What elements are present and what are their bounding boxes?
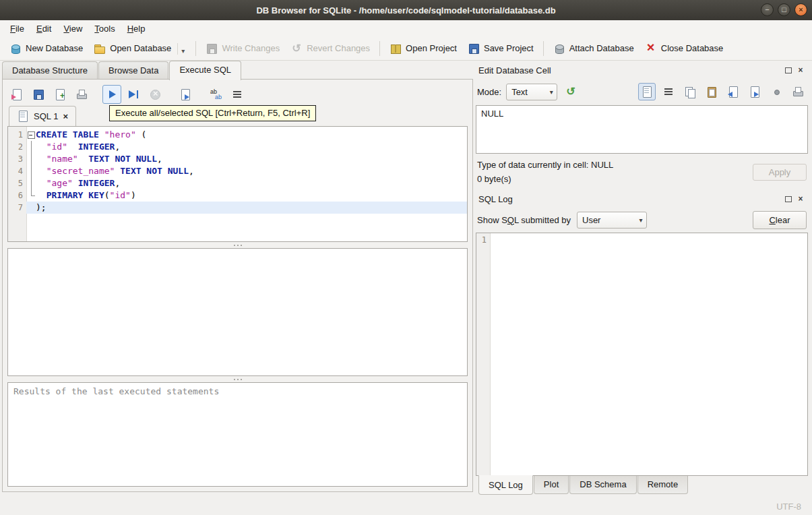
code-text: ); bbox=[36, 202, 46, 214]
save-results-button[interactable] bbox=[176, 85, 195, 104]
minimize-button[interactable]: − bbox=[761, 3, 774, 16]
import-button[interactable] bbox=[724, 83, 742, 100]
execute-all-button[interactable] bbox=[102, 85, 121, 104]
sql-tab[interactable]: SQL 1 × bbox=[9, 106, 76, 126]
edit-cell-close-button[interactable]: × bbox=[795, 65, 806, 75]
execute-sql-panel: Execute all/selected SQL [Ctrl+Return, F… bbox=[2, 79, 473, 492]
execute-current-line-icon bbox=[127, 88, 139, 100]
editor-line-7[interactable]: 7); bbox=[8, 202, 467, 214]
line-number: 7 bbox=[8, 202, 26, 214]
cell-info-row: Type of data currently in cell: NULL 0 b… bbox=[476, 154, 808, 184]
menu-help[interactable]: Help bbox=[121, 22, 152, 36]
write-changes-icon bbox=[206, 42, 218, 55]
open-database-dropdown-arrow[interactable]: ▾ bbox=[177, 43, 186, 55]
execute-current-line-button[interactable] bbox=[124, 85, 143, 104]
chevron-down-icon: ▾ bbox=[546, 88, 557, 96]
sql-log-header: SQL Log × bbox=[476, 191, 808, 207]
code-text: "id" INTEGER, bbox=[36, 141, 120, 153]
open-database-icon bbox=[94, 42, 106, 55]
results-grid[interactable] bbox=[7, 248, 468, 376]
print-button[interactable] bbox=[72, 85, 91, 104]
submitted-by-select[interactable]: User ▾ bbox=[577, 212, 647, 229]
menu-view[interactable]: View bbox=[57, 22, 88, 36]
editor-line-2[interactable]: 2 "id" INTEGER, bbox=[8, 141, 467, 153]
menu-edit[interactable]: Edit bbox=[30, 22, 57, 36]
tab-browse-data[interactable]: Browse Data bbox=[98, 61, 168, 80]
tab-remote[interactable]: Remote bbox=[637, 476, 689, 494]
cell-type-info: Type of data currently in cell: NULL bbox=[477, 160, 753, 170]
editor-line-5[interactable]: 5 "age" INTEGER, bbox=[8, 177, 467, 189]
fold-marker bbox=[26, 189, 36, 202]
write-changes-label: Write Changes bbox=[222, 43, 280, 53]
set-null-button[interactable] bbox=[768, 83, 785, 100]
new-database-button[interactable]: New Database bbox=[4, 39, 88, 58]
revert-changes-button: Revert Changes bbox=[285, 39, 375, 58]
editor-line-6[interactable]: 6 PRIMARY KEY("id") bbox=[8, 189, 467, 202]
open-database-button[interactable]: Open Database▾ bbox=[88, 39, 191, 58]
tab-sql-log[interactable]: SQL Log bbox=[478, 475, 533, 495]
sql-log-close-button[interactable]: × bbox=[795, 193, 806, 204]
editor-line-1[interactable]: 1CREATE TABLE "hero" ( bbox=[8, 129, 467, 141]
print-button[interactable] bbox=[789, 83, 807, 100]
chevron-down-icon: ▾ bbox=[635, 216, 646, 224]
cell-toolbar bbox=[638, 83, 807, 100]
fold-marker[interactable] bbox=[26, 129, 36, 141]
cell-editor[interactable]: NULL bbox=[476, 105, 808, 154]
execution-log[interactable]: Results of the last executed statements bbox=[7, 382, 468, 487]
open-project-button[interactable]: Open Project bbox=[384, 39, 462, 58]
maximize-button[interactable]: □ bbox=[778, 3, 790, 16]
window-title: DB Browser for SQLite - /home/user/code/… bbox=[0, 5, 812, 16]
stop-button bbox=[146, 85, 164, 104]
tab-execute-sql[interactable]: Execute SQL bbox=[169, 61, 241, 80]
close-database-button[interactable]: Close Database bbox=[639, 39, 729, 58]
find-replace-button[interactable] bbox=[206, 85, 225, 104]
fold-marker bbox=[26, 202, 36, 214]
sql-log-float-button[interactable] bbox=[782, 193, 793, 204]
open-sql-file-button[interactable] bbox=[7, 85, 26, 104]
save-project-button[interactable]: Save Project bbox=[462, 39, 539, 58]
editor-line-3[interactable]: 3 "name" TEXT NOT NULL, bbox=[8, 153, 467, 165]
sql-log-area[interactable]: 1 bbox=[476, 233, 808, 476]
word-wrap-icon bbox=[662, 86, 675, 98]
text-mode-button[interactable] bbox=[638, 83, 656, 100]
open-project-label: Open Project bbox=[406, 43, 457, 53]
save-project-icon bbox=[468, 42, 480, 55]
word-wrap-button[interactable] bbox=[660, 83, 677, 100]
mode-select[interactable]: Text ▾ bbox=[506, 84, 557, 100]
clear-button[interactable]: Clear bbox=[753, 211, 807, 229]
menu-tools[interactable]: Tools bbox=[88, 22, 121, 36]
close-button[interactable]: × bbox=[794, 3, 807, 16]
execute-all-icon bbox=[106, 88, 118, 100]
tab-db-schema[interactable]: DB Schema bbox=[569, 476, 636, 494]
fold-marker bbox=[26, 141, 36, 153]
auto-format-button[interactable] bbox=[228, 85, 247, 104]
menu-file[interactable]: File bbox=[4, 22, 30, 36]
tab-database-structure[interactable]: Database Structure bbox=[2, 61, 98, 80]
maximize-icon: □ bbox=[782, 5, 786, 13]
paste-button[interactable] bbox=[703, 83, 720, 100]
edit-cell-float-button[interactable] bbox=[782, 65, 793, 75]
main-tab-bar: Database StructureBrowse DataExecute SQL bbox=[0, 61, 474, 80]
print-icon bbox=[75, 88, 88, 100]
export-button[interactable] bbox=[746, 83, 763, 100]
splitter-handle-2[interactable] bbox=[7, 376, 468, 382]
copy-button[interactable] bbox=[681, 83, 699, 100]
save-sql-file-button[interactable] bbox=[29, 85, 48, 104]
sql-editor[interactable]: 1CREATE TABLE "hero" (2 "id" INTEGER,3 "… bbox=[7, 126, 468, 242]
open-in-new-tab-button[interactable] bbox=[51, 85, 69, 104]
line-number: 5 bbox=[8, 177, 26, 189]
apply-mode-button[interactable] bbox=[562, 83, 580, 100]
sql-tab-close-icon[interactable]: × bbox=[63, 111, 68, 121]
submitted-by-value: User bbox=[577, 215, 635, 225]
apply-mode-icon bbox=[565, 86, 577, 98]
fold-marker bbox=[26, 177, 36, 189]
save-results-icon bbox=[179, 88, 191, 100]
open-in-new-tab-icon bbox=[54, 88, 66, 100]
code-text: PRIMARY KEY("id") bbox=[36, 189, 136, 202]
cell-content: NULL bbox=[481, 109, 503, 119]
tab-plot[interactable]: Plot bbox=[534, 476, 569, 494]
editor-line-4[interactable]: 4 "secret_name" TEXT NOT NULL, bbox=[8, 165, 467, 177]
close-icon: × bbox=[799, 5, 803, 13]
attach-database-button[interactable]: Attach Database bbox=[548, 39, 639, 58]
splitter-handle-1[interactable] bbox=[7, 242, 468, 248]
